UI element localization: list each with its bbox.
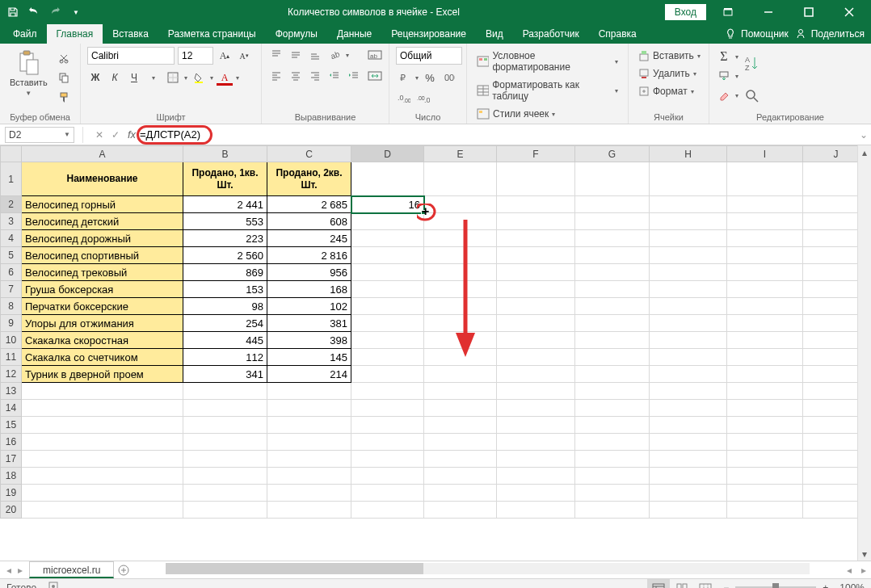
row-header[interactable]: 1: [1, 162, 22, 196]
align-left-icon[interactable]: [268, 68, 284, 84]
sheet-nav-prev-icon[interactable]: ◂: [6, 565, 11, 576]
percent-icon[interactable]: %: [422, 69, 438, 86]
cell[interactable]: 2 441: [183, 196, 267, 213]
cell[interactable]: 214: [267, 366, 351, 383]
cell[interactable]: [424, 230, 497, 247]
cell[interactable]: Велосипед спортивный: [22, 247, 183, 264]
maximize-icon[interactable]: [790, 0, 827, 24]
cell[interactable]: [650, 332, 727, 349]
zoom-in-icon[interactable]: +: [823, 582, 828, 589]
orientation-icon[interactable]: ab: [326, 47, 343, 63]
cell[interactable]: Упоры для отжимания: [22, 315, 183, 332]
cell[interactable]: [22, 502, 183, 519]
col-header[interactable]: G: [575, 146, 650, 162]
cell[interactable]: [497, 366, 575, 383]
login-button[interactable]: Вход: [665, 4, 706, 20]
cell[interactable]: [727, 281, 803, 298]
clear-icon[interactable]: [716, 87, 732, 103]
row-header[interactable]: 4: [1, 230, 22, 247]
row-header[interactable]: 20: [1, 502, 22, 519]
select-all-corner[interactable]: [1, 146, 22, 162]
save-icon[interactable]: [6, 6, 19, 19]
cell[interactable]: [424, 247, 497, 264]
cell[interactable]: [650, 400, 727, 417]
row-header[interactable]: 12: [1, 366, 22, 383]
cell[interactable]: [497, 349, 575, 366]
cell[interactable]: [650, 485, 727, 502]
cell[interactable]: [497, 332, 575, 349]
cell[interactable]: [575, 332, 650, 349]
cell[interactable]: [727, 315, 803, 332]
cell[interactable]: [424, 196, 497, 213]
cell[interactable]: [22, 383, 183, 400]
cell[interactable]: [351, 383, 424, 400]
col-header[interactable]: H: [650, 146, 727, 162]
cell[interactable]: [183, 485, 267, 502]
cell[interactable]: [497, 264, 575, 281]
cell[interactable]: [351, 451, 424, 468]
cell[interactable]: [650, 230, 727, 247]
zoom-level[interactable]: 100%: [839, 582, 865, 589]
cell[interactable]: 245: [267, 230, 351, 247]
cell[interactable]: [351, 213, 424, 230]
cell[interactable]: [351, 332, 424, 349]
cell[interactable]: [183, 451, 267, 468]
cell[interactable]: [650, 196, 727, 213]
tab-formulas[interactable]: Формулы: [266, 24, 327, 44]
cell[interactable]: 254: [183, 315, 267, 332]
name-box[interactable]: D2 ▼: [5, 127, 74, 143]
cell[interactable]: [183, 400, 267, 417]
cell[interactable]: [575, 196, 650, 213]
row-header[interactable]: 9: [1, 315, 22, 332]
border-icon[interactable]: [165, 69, 181, 86]
conditional-formatting-button[interactable]: Условное форматирование▾: [473, 48, 621, 74]
cell[interactable]: Велосипед детский: [22, 213, 183, 230]
cell[interactable]: [424, 366, 497, 383]
cell[interactable]: [727, 264, 803, 281]
cell[interactable]: [497, 247, 575, 264]
formula-input[interactable]: [140, 127, 856, 143]
fill-icon[interactable]: [716, 68, 732, 84]
hscroll-left-icon[interactable]: ◂: [842, 561, 856, 578]
header-cell[interactable]: Продано, 1кв. Шт.: [183, 162, 267, 196]
tab-view[interactable]: Вид: [476, 24, 513, 44]
cell[interactable]: [351, 247, 424, 264]
cell[interactable]: [650, 451, 727, 468]
cell[interactable]: [727, 298, 803, 315]
cancel-formula-icon[interactable]: ✕: [91, 127, 107, 143]
cell[interactable]: [22, 434, 183, 451]
increase-indent-icon[interactable]: [346, 68, 362, 84]
cell[interactable]: Скакалка со счетчиком: [22, 349, 183, 366]
cell[interactable]: [575, 162, 650, 196]
paste-button[interactable]: Вставить ▼: [6, 47, 51, 100]
cell[interactable]: [650, 247, 727, 264]
increase-decimal-icon[interactable]: .0.00: [396, 90, 412, 107]
row-header[interactable]: 8: [1, 298, 22, 315]
header-cell[interactable]: Наименование: [22, 162, 183, 196]
qat-customize-icon[interactable]: ▼: [69, 6, 82, 19]
autosum-icon[interactable]: Σ: [716, 48, 732, 65]
row-header[interactable]: 18: [1, 468, 22, 485]
cell[interactable]: [727, 162, 803, 196]
cell[interactable]: Велосипед дорожный: [22, 230, 183, 247]
tab-review[interactable]: Рецензирование: [381, 24, 476, 44]
cell[interactable]: [497, 230, 575, 247]
cell[interactable]: [727, 400, 803, 417]
cell[interactable]: 112: [183, 349, 267, 366]
cell[interactable]: 445: [183, 332, 267, 349]
undo-icon[interactable]: [27, 6, 40, 19]
align-bottom-icon[interactable]: [307, 47, 323, 63]
font-color-icon[interactable]: A: [217, 69, 233, 86]
cell[interactable]: 381: [267, 315, 351, 332]
decrease-font-icon[interactable]: A▾: [236, 48, 252, 64]
cell[interactable]: [183, 417, 267, 434]
merge-icon[interactable]: [367, 68, 383, 84]
cell[interactable]: [650, 383, 727, 400]
cell[interactable]: [575, 366, 650, 383]
cell[interactable]: [575, 451, 650, 468]
expand-formula-bar-icon[interactable]: ⌄: [856, 129, 871, 141]
page-break-view-icon[interactable]: [694, 579, 717, 589]
cell[interactable]: 341: [183, 366, 267, 383]
cell[interactable]: [183, 502, 267, 519]
align-middle-icon[interactable]: [288, 47, 304, 63]
